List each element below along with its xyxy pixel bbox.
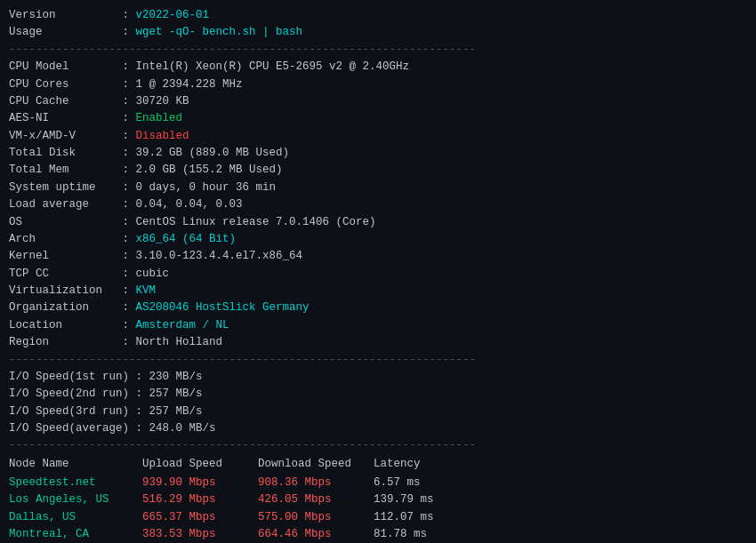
region-line: Region : North Holland <box>9 334 747 351</box>
network-download-3: 664.46 Mbps <box>258 526 374 543</box>
uptime-value: 0 days, 0 hour 36 min <box>136 180 277 196</box>
network-latency-2: 112.07 ms <box>374 509 434 526</box>
aes-ni-label: AES-NI <box>9 110 116 127</box>
divider-2: ----------------------------------------… <box>9 352 747 369</box>
cpu-cores-line: CPU Cores : 1 @ 2394.228 MHz <box>9 76 747 93</box>
total-mem-value: 2.0 GB (155.2 MB Used) <box>136 162 283 179</box>
io-run3-label: I/O Speed(3rd run) <box>9 403 129 420</box>
tcp-value: cubic <box>136 266 170 283</box>
os-value: CentOS Linux release 7.0.1406 (Core) <box>136 214 376 231</box>
vm-amd-line: VM-x/AMD-V : Disabled <box>9 128 747 145</box>
cpu-model-value: Intel(R) Xeon(R) CPU E5-2695 v2 @ 2.40GH… <box>136 59 410 76</box>
network-upload-3: 383.53 Mbps <box>142 526 258 543</box>
network-download-1: 426.05 Mbps <box>258 491 374 508</box>
org-value: AS208046 HostSlick Germany <box>136 299 310 316</box>
cpu-cores-label: CPU Cores <box>9 76 116 93</box>
total-disk-value: 39.2 GB (889.0 MB Used) <box>136 145 290 162</box>
location-line: Location : Amsterdam / NL <box>9 317 747 334</box>
network-latency-1: 139.79 ms <box>374 491 434 508</box>
uptime-line: System uptime : 0 days, 0 hour 36 min <box>9 180 747 196</box>
network-node-2: Dallas, US <box>9 509 142 526</box>
kernel-value: 3.10.0-123.4.4.el7.x86_64 <box>136 248 303 265</box>
version-value: v2022-06-01 <box>136 7 210 24</box>
divider-1: ----------------------------------------… <box>9 42 747 59</box>
tcp-label: TCP CC <box>9 266 116 283</box>
virt-value: KVM <box>136 283 157 299</box>
col-upload-header: Upload Speed <box>142 455 258 473</box>
io-run3-value: 257 MB/s <box>149 403 203 420</box>
kernel-label: Kernel <box>9 248 116 265</box>
network-download-0: 908.36 Mbps <box>258 475 374 491</box>
io-run1-line: I/O Speed(1st run) : 230 MB/s <box>9 369 747 386</box>
usage-line: Usage : wget -qO- bench.sh | bash <box>9 24 747 41</box>
cpu-cache-line: CPU Cache : 30720 KB <box>9 93 747 110</box>
io-run3-line: I/O Speed(3rd run) : 257 MB/s <box>9 403 747 420</box>
virt-label: Virtualization <box>9 283 116 299</box>
total-mem-line: Total Mem : 2.0 GB (155.2 MB Used) <box>9 162 747 179</box>
network-upload-1: 516.29 Mbps <box>142 491 258 508</box>
cpu-model-line: CPU Model : Intel(R) Xeon(R) CPU E5-2695… <box>9 59 747 76</box>
io-avg-label: I/O Speed(average) <box>9 420 129 437</box>
load-label: Load average <box>9 196 116 213</box>
network-download-2: 575.00 Mbps <box>258 509 374 526</box>
network-latency-3: 81.78 ms <box>374 526 427 543</box>
io-avg-line: I/O Speed(average) : 248.0 MB/s <box>9 420 747 437</box>
cpu-cores-value: 1 @ 2394.228 MHz <box>136 76 243 93</box>
io-avg-value: 248.0 MB/s <box>149 420 216 437</box>
divider-3: ----------------------------------------… <box>9 437 747 454</box>
io-run2-label: I/O Speed(2nd run) <box>9 386 129 403</box>
cpu-model-label: CPU Model <box>9 59 116 76</box>
region-label: Region <box>9 334 116 351</box>
network-row: Los Angeles, US 516.29 Mbps 426.05 Mbps … <box>9 491 747 508</box>
network-node-0: Speedtest.net <box>9 475 142 491</box>
col-node-header: Node Name <box>9 455 142 473</box>
arch-value: x86_64 (64 Bit) <box>136 231 237 248</box>
os-line: OS : CentOS Linux release 7.0.1406 (Core… <box>9 214 747 231</box>
total-disk-label: Total Disk <box>9 145 116 162</box>
virt-line: Virtualization : KVM <box>9 283 747 299</box>
uptime-label: System uptime <box>9 180 116 196</box>
arch-line: Arch : x86_64 (64 Bit) <box>9 231 747 248</box>
total-disk-line: Total Disk : 39.2 GB (889.0 MB Used) <box>9 145 747 162</box>
io-run2-line: I/O Speed(2nd run) : 257 MB/s <box>9 386 747 403</box>
vm-amd-label: VM-x/AMD-V <box>9 128 116 145</box>
cpu-cache-value: 30720 KB <box>136 93 189 110</box>
load-value: 0.04, 0.04, 0.03 <box>136 196 243 213</box>
org-line: Organization : AS208046 HostSlick German… <box>9 299 747 316</box>
version-label: Version <box>9 7 116 24</box>
col-download-header: Download Speed <box>258 455 374 473</box>
network-row: Dallas, US 665.37 Mbps 575.00 Mbps 112.0… <box>9 509 747 526</box>
network-node-3: Montreal, CA <box>9 526 142 543</box>
network-table: Speedtest.net 939.90 Mbps 908.36 Mbps 6.… <box>9 475 747 543</box>
io-run1-label: I/O Speed(1st run) <box>9 369 129 386</box>
tcp-line: TCP CC : cubic <box>9 266 747 283</box>
network-header: Node Name Upload Speed Download Speed La… <box>9 455 747 473</box>
total-mem-label: Total Mem <box>9 162 116 179</box>
os-label: OS <box>9 214 116 231</box>
network-upload-0: 939.90 Mbps <box>142 475 258 491</box>
load-line: Load average : 0.04, 0.04, 0.03 <box>9 196 747 213</box>
cpu-cache-label: CPU Cache <box>9 93 116 110</box>
io-run2-value: 257 MB/s <box>149 386 203 403</box>
location-value: Amsterdam / NL <box>136 317 229 334</box>
arch-label: Arch <box>9 231 116 248</box>
org-label: Organization <box>9 299 116 316</box>
region-value: North Holland <box>136 334 223 351</box>
network-node-1: Los Angeles, US <box>9 491 142 508</box>
location-label: Location <box>9 317 116 334</box>
aes-ni-line: AES-NI : Enabled <box>9 110 747 127</box>
network-row: Speedtest.net 939.90 Mbps 908.36 Mbps 6.… <box>9 475 747 491</box>
vm-amd-value: Disabled <box>136 128 189 145</box>
usage-label: Usage <box>9 24 116 41</box>
kernel-line: Kernel : 3.10.0-123.4.4.el7.x86_64 <box>9 248 747 265</box>
col-latency-header: Latency <box>374 455 421 473</box>
network-latency-0: 6.57 ms <box>374 475 421 491</box>
io-run1-value: 230 MB/s <box>149 369 203 386</box>
network-upload-2: 665.37 Mbps <box>142 509 258 526</box>
usage-value: wget -qO- bench.sh | bash <box>136 24 303 41</box>
network-row: Montreal, CA 383.53 Mbps 664.46 Mbps 81.… <box>9 526 747 543</box>
aes-ni-value: Enabled <box>136 110 183 127</box>
version-line: Version : v2022-06-01 <box>9 7 747 24</box>
